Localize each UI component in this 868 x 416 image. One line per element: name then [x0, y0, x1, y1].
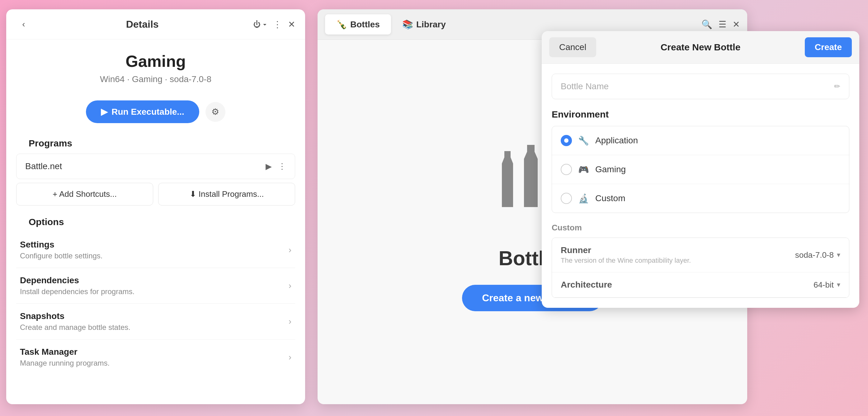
- option-snapshots[interactable]: Snapshots Create and manage bottle state…: [16, 304, 295, 340]
- bottle-name-field[interactable]: Bottle Name ✏: [552, 74, 849, 99]
- chevron-right-icon: ›: [289, 352, 291, 362]
- create-titlebar: Cancel Create New Bottle Create: [542, 31, 859, 64]
- options-title: Options: [16, 212, 295, 232]
- program-actions: ▶ ⋮: [266, 162, 286, 171]
- runner-desc: The version of the Wine compatibility la…: [561, 256, 691, 265]
- details-panel: ‹ Details ⏻ ▾ ⋮ ✕ Gaming Win64 · Gaming …: [6, 9, 305, 404]
- chevron-right-icon: ›: [289, 281, 291, 291]
- application-icon: 🔧: [578, 136, 589, 146]
- env-option-custom[interactable]: 🔬 Custom: [552, 184, 849, 213]
- close-bottles-button[interactable]: ✕: [733, 19, 740, 30]
- details-titlebar: ‹ Details ⏻ ▾ ⋮ ✕: [6, 9, 305, 39]
- custom-label: Custom: [595, 194, 625, 203]
- architecture-label: Architecture: [561, 280, 612, 290]
- gaming-icon: 🎮: [578, 165, 589, 175]
- hamburger-menu-icon[interactable]: ☰: [718, 19, 726, 30]
- create-panel-title: Create New Bottle: [596, 42, 805, 53]
- library-tab-icon: 📚: [402, 19, 413, 30]
- runner-value[interactable]: soda-7.0-8 ▾: [795, 250, 840, 260]
- dropdown-arrow-icon: ▾: [837, 251, 840, 259]
- program-name: Battle.net: [25, 161, 62, 171]
- custom-section-title: Custom: [552, 223, 849, 233]
- snapshots-label: Snapshots: [20, 311, 130, 321]
- panel-title: Details: [31, 19, 253, 30]
- radio-gaming[interactable]: [561, 164, 572, 175]
- app-name: Gaming: [16, 52, 295, 71]
- create-new-bottle-button[interactable]: Create: [805, 37, 852, 57]
- cancel-button[interactable]: Cancel: [549, 37, 596, 57]
- snapshots-desc: Create and manage bottle states.: [20, 323, 130, 332]
- app-header: Gaming Win64 · Gaming · soda-7.0-8: [6, 39, 305, 94]
- app-subtitle: Win64 · Gaming · soda-7.0-8: [16, 74, 295, 84]
- runner-label: Runner: [561, 245, 691, 255]
- architecture-value[interactable]: 64-bit ▾: [813, 280, 840, 290]
- option-task-manager[interactable]: Task Manager Manage running programs. ›: [16, 340, 295, 375]
- titlebar-actions: ⏻ ▾ ⋮ ✕: [253, 19, 295, 30]
- run-executable-button[interactable]: ▶ Run Executable...: [86, 100, 199, 123]
- back-button[interactable]: ‹: [16, 17, 31, 32]
- chevron-right-icon: ›: [289, 316, 291, 326]
- program-play-icon[interactable]: ▶: [266, 162, 272, 171]
- environment-title: Environment: [552, 109, 849, 120]
- dependencies-label: Dependencies: [20, 275, 134, 285]
- gaming-label: Gaming: [595, 165, 626, 174]
- install-programs-button[interactable]: ⬇ Install Programs...: [158, 183, 295, 206]
- task-manager-label: Task Manager: [20, 347, 110, 357]
- edit-icon: ✏: [834, 82, 840, 91]
- dropdown-arrow-arch-icon: ▾: [837, 281, 840, 289]
- add-shortcuts-button[interactable]: + Add Shortcuts...: [16, 183, 153, 206]
- program-menu-icon[interactable]: ⋮: [278, 162, 286, 171]
- architecture-option[interactable]: Architecture 64-bit ▾: [552, 272, 849, 298]
- play-icon: ▶: [101, 107, 108, 117]
- bottles-tab-icon: 🍾: [336, 19, 347, 30]
- radio-custom[interactable]: [561, 193, 572, 204]
- bottles-titlebar-actions: 🔍 ☰ ✕: [702, 19, 740, 30]
- run-section: ▶ Run Executable... ⚙: [6, 94, 305, 133]
- create-new-bottle-panel: Cancel Create New Bottle Create Bottle N…: [542, 31, 859, 308]
- option-dependencies[interactable]: Dependencies Install dependencies for pr…: [16, 268, 295, 304]
- bottle-name-placeholder: Bottle Name: [561, 81, 834, 92]
- menu-button[interactable]: ⋮: [273, 19, 282, 30]
- custom-icon: 🔬: [578, 194, 589, 204]
- settings-label: Settings: [20, 240, 103, 250]
- env-option-application[interactable]: 🔧 Application: [552, 126, 849, 155]
- runner-option[interactable]: Runner The version of the Wine compatibi…: [552, 238, 849, 272]
- custom-options: Runner The version of the Wine compatibi…: [552, 238, 849, 298]
- create-content: Bottle Name ✏ Environment 🔧 Application …: [542, 64, 859, 308]
- program-item: Battle.net ▶ ⋮: [16, 153, 295, 179]
- environment-options: 🔧 Application 🎮 Gaming 🔬 Custom: [552, 126, 849, 213]
- radio-inner-application: [564, 138, 568, 143]
- tab-bottles[interactable]: 🍾 Bottles: [325, 14, 391, 35]
- close-button[interactable]: ✕: [288, 19, 295, 30]
- programs-section: Programs Battle.net ▶ ⋮ + Add Shortcuts.…: [6, 133, 305, 206]
- application-label: Application: [595, 136, 638, 145]
- env-option-gaming[interactable]: 🎮 Gaming: [552, 155, 849, 184]
- options-section: Options Settings Configure bottle settin…: [6, 212, 305, 375]
- shortcuts-row: + Add Shortcuts... ⬇ Install Programs...: [16, 183, 295, 206]
- tab-library[interactable]: 📚 Library: [391, 14, 457, 35]
- chevron-right-icon: ›: [289, 245, 291, 255]
- settings-desc: Configure bottle settings.: [20, 251, 103, 260]
- gear-button[interactable]: ⚙: [206, 102, 225, 122]
- option-settings[interactable]: Settings Configure bottle settings. ›: [16, 232, 295, 268]
- task-manager-desc: Manage running programs.: [20, 359, 110, 368]
- dependencies-desc: Install dependencies for programs.: [20, 287, 134, 296]
- power-button[interactable]: ⏻ ▾: [253, 20, 267, 29]
- search-icon[interactable]: 🔍: [702, 19, 712, 30]
- programs-title: Programs: [16, 133, 295, 153]
- radio-application[interactable]: [561, 135, 572, 146]
